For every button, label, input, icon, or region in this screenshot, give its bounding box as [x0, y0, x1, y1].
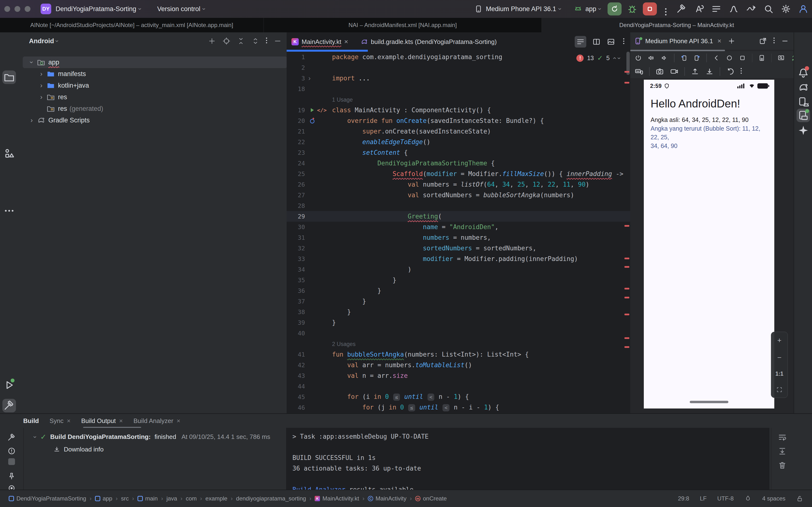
file-lock-icon[interactable] [796, 495, 803, 502]
usage-hint[interactable]: 2 Usages [332, 341, 355, 347]
file-encoding[interactable]: UTF-8 [717, 495, 734, 502]
close-icon[interactable] [176, 417, 180, 425]
device-tab-label[interactable]: Medium Phone API 36.1 [645, 38, 713, 45]
scroll-to-end-icon[interactable] [778, 447, 787, 456]
structure-tool-icon[interactable] [3, 148, 15, 159]
toolbar-more-icon[interactable] [741, 68, 742, 69]
device-manager-icon[interactable] [798, 96, 809, 108]
volume-up-icon[interactable] [648, 54, 655, 62]
profile-avatar-icon[interactable] [798, 4, 809, 14]
close-device-tab-icon[interactable] [717, 37, 721, 45]
stop-button[interactable] [643, 2, 657, 15]
editor-tab-mainactivity[interactable]: K MainActivity.kt [287, 32, 353, 51]
tab-build-output[interactable]: Build Output [81, 417, 123, 425]
breadcrumb-item[interactable]: CMainActivity [368, 495, 406, 502]
code-tag-gutter-icon[interactable]: </> [317, 107, 327, 113]
window-minimize-icon[interactable] [14, 6, 20, 12]
device-selector[interactable]: Medium Phone API 36.1 [470, 2, 565, 15]
caret-position[interactable]: 29:8 [678, 495, 689, 502]
tree-item-manifests[interactable]: manifests [23, 68, 297, 80]
build-hammer-icon[interactable] [676, 4, 687, 14]
zoom-1to1-button[interactable]: 1:1 [775, 371, 783, 377]
search-icon[interactable] [763, 4, 774, 14]
chevron-right-icon[interactable] [37, 94, 45, 101]
project-selector[interactable]: DendiYogiaPratama-Sorting [51, 2, 146, 15]
breadcrumb-item[interactable]: monCreate [415, 495, 447, 502]
clear-all-icon[interactable] [778, 461, 787, 470]
close-icon[interactable] [119, 417, 123, 425]
error-stripe-mark[interactable] [624, 297, 629, 298]
window-tab-ainote[interactable]: AINote [~/AndroidStudioProjects/AINote] … [0, 18, 264, 32]
breadcrumb-item[interactable]: main [138, 495, 158, 502]
breadcrumb-item[interactable]: example [205, 495, 227, 502]
error-stripe-mark[interactable] [624, 225, 629, 227]
settings-gear-icon[interactable] [780, 4, 791, 14]
window-close-icon[interactable] [4, 6, 10, 12]
power-icon[interactable] [635, 54, 642, 62]
window-zoom-icon[interactable] [24, 6, 31, 12]
gradle-tool-icon[interactable] [798, 81, 809, 93]
android-home-icon[interactable] [726, 54, 733, 62]
editor-view-list-icon[interactable] [575, 36, 586, 48]
code-area[interactable]: ! 13 ✓ 5 1package com.example.dendiyogia… [287, 52, 630, 413]
rerun-button[interactable] [608, 2, 621, 15]
pipeline-icon[interactable] [746, 4, 756, 14]
hide-panel-icon[interactable] [273, 37, 282, 45]
panel-options-icon[interactable] [266, 38, 267, 39]
error-stripe-mark[interactable] [624, 266, 629, 268]
close-icon[interactable] [67, 417, 70, 425]
collapse-all-icon[interactable] [251, 37, 260, 45]
expand-all-icon[interactable] [237, 37, 245, 45]
profiler-icon[interactable] [728, 4, 739, 14]
chevron-right-icon[interactable] [28, 117, 36, 124]
fold-chevron-icon[interactable]: › [308, 74, 311, 82]
download-info-row[interactable]: Download info [53, 446, 104, 453]
more-actions-icon[interactable] [665, 8, 666, 10]
screen-inspect-icon[interactable] [777, 54, 785, 62]
build-panel-title[interactable]: Build [23, 417, 39, 425]
project-view-selector[interactable]: Android [29, 38, 54, 45]
run-gutter-icon[interactable] [308, 107, 316, 114]
upload-icon[interactable] [691, 67, 699, 76]
tree-item-res[interactable]: res [23, 91, 297, 103]
hardware-input-icon[interactable] [635, 67, 643, 76]
rotate-right-icon[interactable] [693, 54, 701, 62]
breadcrumbs[interactable]: DendiYogiaPratamaSorting›app›src›main›ja… [9, 495, 447, 502]
error-stripe-mark[interactable] [624, 71, 629, 73]
zoom-out-button[interactable]: − [777, 353, 781, 362]
preview-icon[interactable] [607, 38, 615, 46]
add-icon[interactable] [208, 37, 216, 45]
stop-build-icon[interactable] [8, 458, 15, 465]
error-stripe-mark[interactable] [624, 82, 629, 83]
rotate-left-icon[interactable] [680, 54, 688, 62]
run-configuration-selector[interactable]: app [569, 2, 606, 15]
version-control-menu[interactable]: Version control [153, 2, 209, 15]
breadcrumb-item[interactable]: KMainActivity.kt [315, 495, 359, 502]
todo-lines-icon[interactable] [711, 4, 722, 14]
debug-button[interactable] [627, 4, 638, 14]
chevron-right-icon[interactable] [37, 70, 45, 77]
locate-file-icon[interactable] [222, 37, 231, 45]
usage-hint[interactable]: 1 Usage [332, 97, 353, 103]
tab-sync[interactable]: Sync [50, 417, 70, 425]
tree-item-kotlin-java[interactable]: kotlin+java [23, 80, 297, 91]
reset-icon[interactable] [726, 67, 735, 76]
error-stripe-mark[interactable] [624, 314, 629, 315]
more-tools-icon[interactable] [3, 205, 15, 217]
download-icon[interactable] [705, 67, 714, 76]
error-stripe-mark[interactable] [624, 288, 629, 289]
error-stripe-mark[interactable] [624, 337, 629, 339]
close-tab-icon[interactable] [344, 38, 348, 46]
add-device-tab-icon[interactable] [728, 37, 735, 45]
line-ending[interactable]: LF [700, 495, 707, 502]
screenshot-icon[interactable] [655, 67, 664, 76]
project-tool-icon[interactable] [3, 71, 15, 83]
ai-actions-icon[interactable] [694, 4, 704, 14]
window-tab-current[interactable]: DendiYogiaPratama-Sorting – MainActivity… [542, 18, 812, 32]
editor-tab-gradle[interactable]: build.gradle.kts (DendiYogiaPratama-Sort… [355, 32, 502, 51]
device-options-icon[interactable] [773, 38, 775, 39]
build-filter-icon[interactable] [7, 433, 16, 442]
highlighting-level-icon[interactable] [744, 495, 752, 502]
build-console[interactable]: > Task :app:assembleDebug UP-TO-DATE BUI… [286, 428, 769, 490]
warnings-filter-icon[interactable] [7, 447, 16, 455]
